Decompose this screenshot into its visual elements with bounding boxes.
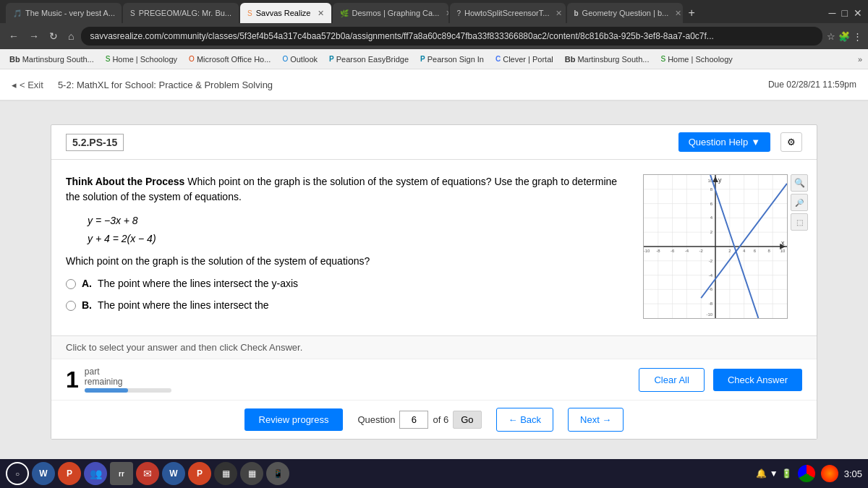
tab-label: HowtoSplitScreensorT...	[464, 9, 549, 17]
svg-text:2: 2	[728, 249, 731, 253]
choice-b[interactable]: B. The point where the lines intersect t…	[66, 299, 629, 311]
settings-button[interactable]: ⚙	[780, 132, 802, 152]
check-answer-button[interactable]: Check Answer	[713, 369, 802, 391]
taskbar-qr-icon[interactable]: ▦	[240, 462, 263, 485]
bookmarks-bar: Bb Martinsburg South... S Home | Schoolo…	[0, 49, 868, 69]
bookmark-schoology2[interactable]: S Home | Schoology	[657, 53, 736, 65]
question-header: 5.2.PS-15 Question Help ▼ ⚙	[51, 125, 817, 160]
question-description: Think About the Process Which point on t…	[66, 174, 629, 205]
svg-marker-20	[712, 176, 718, 182]
home-button[interactable]: ⌂	[65, 29, 77, 43]
forward-nav-button[interactable]: →	[26, 29, 42, 43]
taskbar-chrome-icon[interactable]	[798, 465, 815, 482]
close-tab-icon[interactable]: ✕	[238, 9, 239, 18]
go-button[interactable]: Go	[453, 411, 481, 429]
svg-text:6: 6	[754, 249, 757, 253]
taskbar-grid-icon[interactable]: ▦	[214, 462, 237, 485]
zoom-out-button[interactable]: 🔎	[791, 194, 808, 211]
browser-tab-savvas[interactable]: S Savvas Realize ✕	[240, 3, 331, 23]
close-tab-icon[interactable]: ✕	[318, 9, 324, 18]
bookmark-pearson-sign[interactable]: P Pearson Sign In	[417, 53, 488, 65]
outlook-icon: O	[282, 55, 288, 63]
taskbar-ppt2-icon[interactable]: P	[188, 462, 211, 485]
close-window-button[interactable]: ✕	[854, 7, 862, 19]
bookmark-pearson-easy[interactable]: P Pearson EasyBridge	[326, 53, 412, 65]
radio-a[interactable]	[66, 279, 76, 289]
desmos-tab-icon: 🌿	[340, 9, 349, 17]
tray-wifi-icon[interactable]: ▼	[770, 468, 778, 479]
svg-text:-6: -6	[671, 249, 675, 253]
question-number-input[interactable]	[399, 411, 428, 429]
svg-text:2: 2	[710, 230, 712, 234]
taskbar-word2-icon[interactable]: W	[162, 462, 185, 485]
tab-label: Savvas Realize	[256, 9, 311, 17]
close-tab-icon[interactable]: ✕	[675, 9, 681, 18]
taskbar-ff-icon[interactable]: rr	[110, 462, 133, 485]
maximize-button[interactable]: □	[842, 7, 848, 19]
close-tab-icon[interactable]: ✕	[446, 9, 448, 18]
status-text: Click to select your answer and then cli…	[66, 342, 802, 353]
settings-icon: ⚙	[787, 137, 796, 147]
back-button[interactable]: ← Back	[496, 408, 554, 432]
tab-label: Desmos | Graphing Ca...	[352, 9, 440, 17]
choice-a[interactable]: A. The point where the lines intersect t…	[66, 278, 629, 289]
review-progress-button[interactable]: Review progress	[244, 408, 344, 431]
taskbar-circle-icon[interactable]	[821, 465, 838, 482]
browser-tab-desmos[interactable]: 🌿 Desmos | Graphing Ca... ✕	[333, 3, 448, 23]
new-tab-button[interactable]: +	[684, 5, 699, 21]
browser-tab-geometry[interactable]: b Geometry Question | b... ✕	[567, 3, 683, 23]
reload-button[interactable]: ↻	[46, 29, 61, 43]
tray-battery-icon[interactable]: 🔋	[781, 468, 792, 479]
bookmarks-more-button[interactable]: »	[858, 55, 862, 64]
bookmark-schoology[interactable]: S Home | Schoology	[102, 53, 181, 65]
zoom-in-icon: 🔍	[794, 178, 805, 188]
radio-b[interactable]	[66, 301, 76, 311]
svg-text:-4: -4	[685, 249, 689, 253]
taskbar-word-icon[interactable]: W	[32, 462, 55, 485]
expand-button[interactable]: ⬚	[791, 213, 808, 231]
exit-button[interactable]: ◂ < Exit	[12, 80, 43, 90]
coordinate-graph: y x -2 -4 -6 -8 -10 2 4 6 8 10	[643, 174, 788, 319]
taskbar-powerpoint-icon[interactable]: P	[58, 462, 81, 485]
schoology-icon: S	[106, 55, 111, 63]
svg-text:10: 10	[780, 249, 786, 253]
windows-start-button[interactable]: ○	[6, 462, 29, 485]
browser-tab-howto[interactable]: ? HowtoSplitScreensorT... ✕	[450, 3, 566, 23]
taskbar-teams-icon[interactable]: 👥	[84, 462, 107, 485]
tray-notification-icon[interactable]: 🔔	[756, 468, 767, 479]
bookmark-bb2[interactable]: Bb Martinsburg South...	[561, 53, 653, 65]
bookmark-star-icon[interactable]: ☆	[827, 31, 835, 42]
browser-tab-pregeom[interactable]: S PREGEOM/ALG: Mr. Bu... ✕	[123, 3, 239, 23]
savvas-tab-icon: S	[247, 9, 252, 17]
zoom-in-button[interactable]: 🔍	[791, 174, 808, 192]
tab-label: PREGEOM/ALG: Mr. Bu...	[139, 9, 231, 17]
close-tab-icon[interactable]: ✕	[556, 9, 562, 18]
next-button[interactable]: Next →	[568, 408, 624, 432]
taskbar-phone-icon[interactable]: 📱	[266, 462, 289, 485]
svg-text:-8: -8	[709, 301, 713, 306]
back-nav-button[interactable]: ←	[6, 29, 22, 43]
system-tray-icons: 🔔 ▼ 🔋	[756, 468, 792, 479]
taskbar-mail-icon[interactable]: ✉	[136, 462, 159, 485]
svg-text:x: x	[781, 239, 785, 247]
bookmark-outlook[interactable]: O Outlook	[278, 53, 321, 65]
taskbar-system-tray: 🔔 ▼ 🔋 3:05	[756, 465, 862, 482]
minimize-button[interactable]: ─	[829, 7, 836, 19]
progress-bar-fill	[85, 388, 128, 393]
address-bar-input[interactable]	[81, 27, 822, 46]
bookmark-bb[interactable]: Bb Martinsburg South...	[6, 53, 98, 65]
dropdown-arrow-icon: ▼	[751, 137, 760, 147]
question-help-button[interactable]: Question Help ▼	[678, 132, 770, 152]
zoom-out-icon: 🔎	[795, 199, 804, 207]
expand-icon: ⬚	[796, 218, 803, 226]
bookmark-clever[interactable]: C Clever | Portal	[492, 53, 557, 65]
bookmark-msoffice[interactable]: O Microsoft Office Ho...	[185, 53, 274, 65]
pregeom-tab-icon: S	[130, 9, 135, 17]
browser-tab-music[interactable]: 🎵 The Music - very best A... ✕	[6, 3, 122, 23]
geometry-tab-icon: b	[574, 9, 579, 17]
extensions-icon[interactable]: 🧩	[838, 31, 850, 42]
music-tab-icon: 🎵	[13, 9, 22, 17]
clear-all-button[interactable]: Clear All	[639, 368, 704, 392]
more-options-icon[interactable]: ⋮	[853, 31, 862, 42]
tab-label: The Music - very best A...	[25, 9, 115, 17]
